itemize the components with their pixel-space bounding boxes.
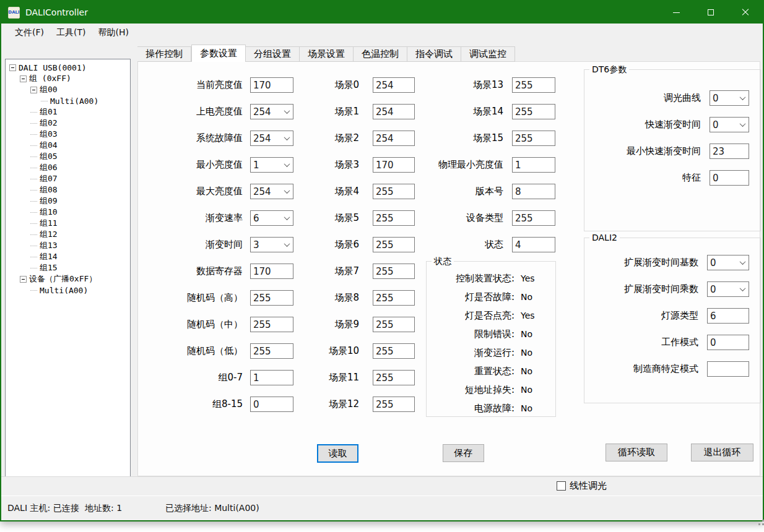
collapse-minus-icon[interactable] <box>20 75 27 82</box>
combobox-value: 1 <box>253 160 259 171</box>
exit-loop-button[interactable]: 退出循环 <box>691 444 753 461</box>
tree-node[interactable]: 组07 <box>27 173 130 184</box>
collapse-minus-icon[interactable] <box>9 64 16 71</box>
tab[interactable]: 场景设置 <box>300 46 354 62</box>
tree-node[interactable]: 组08 <box>27 184 130 195</box>
param-label: 快速渐变时间 <box>591 119 701 131</box>
loop-read-button[interactable]: 循环读取 <box>606 444 667 461</box>
status-row: 控制装置状态: Yes <box>432 269 548 288</box>
scene-input[interactable] <box>373 264 415 279</box>
tree-node[interactable]: 组15 <box>27 262 130 273</box>
scene-input[interactable] <box>373 370 415 385</box>
param-input[interactable] <box>710 170 749 186</box>
tree-leaf-connector <box>30 120 37 127</box>
linear-dimming-checkbox[interactable]: 线性调光 <box>557 480 607 492</box>
collapse-minus-icon[interactable] <box>20 276 27 283</box>
param-combobox[interactable]: 6 <box>250 210 293 226</box>
tree-node[interactable]: 组10 <box>27 207 130 218</box>
tree-node[interactable]: 组01 <box>27 106 130 118</box>
param-input[interactable] <box>512 237 555 252</box>
collapse-minus-icon[interactable] <box>30 87 37 93</box>
tree-node[interactable]: 组04 <box>27 140 130 151</box>
dali2-groupbox: DALI2 扩展渐变时间基数 0 扩展渐变时间乘数 0 <box>584 238 761 403</box>
param-input[interactable] <box>707 308 749 324</box>
param-combobox[interactable]: 0 <box>707 281 749 297</box>
chevron-down-icon <box>740 121 746 127</box>
maximize-button[interactable] <box>693 1 728 24</box>
tree-node[interactable]: Multi(A00) <box>27 285 130 296</box>
param-label: 最小亮度值 <box>150 159 243 171</box>
read-button[interactable]: 读取 <box>317 444 358 463</box>
tree-node[interactable]: 组02 <box>27 118 130 129</box>
param-input[interactable] <box>710 144 749 159</box>
scene-input[interactable] <box>373 290 415 306</box>
combobox-value: 0 <box>713 93 719 104</box>
tree-node[interactable]: 组14 <box>27 251 130 262</box>
title-bar: DALI DALIController <box>1 1 763 24</box>
param-combobox[interactable]: 1 <box>250 157 293 173</box>
param-input[interactable] <box>512 184 555 199</box>
save-button[interactable]: 保存 <box>443 444 484 462</box>
menu-item[interactable]: 文件(F) <box>9 25 50 41</box>
tree-node[interactable]: Multi(A00) <box>37 95 130 106</box>
minimize-button[interactable] <box>659 1 693 24</box>
tree-node[interactable]: 组09 <box>27 195 130 207</box>
param-input[interactable] <box>250 290 293 306</box>
scene-input[interactable] <box>373 317 415 332</box>
param-input[interactable] <box>707 361 749 377</box>
param-input[interactable] <box>250 264 293 279</box>
param-input[interactable] <box>250 317 293 332</box>
param-input[interactable] <box>250 77 293 93</box>
app-window: DALI DALIController 文件(F) 工具(T) 帮助(H) DA… <box>0 0 764 521</box>
param-input[interactable] <box>512 104 555 119</box>
param-input[interactable] <box>250 343 293 359</box>
tree-node[interactable]: 组00 <box>27 84 130 95</box>
menu-item[interactable]: 帮助(H) <box>92 25 134 41</box>
tab[interactable]: 操作控制 <box>137 46 191 62</box>
param-combobox[interactable]: 0 <box>710 90 749 106</box>
tree-node[interactable]: 组12 <box>27 229 130 240</box>
param-combobox[interactable]: 254 <box>250 184 293 199</box>
resize-grip[interactable] <box>758 516 760 518</box>
menu-item[interactable]: 工具(T) <box>50 25 92 41</box>
tree-node[interactable]: 组05 <box>27 151 130 162</box>
tab[interactable]: 调试监控 <box>461 46 515 62</box>
param-input[interactable] <box>707 335 749 350</box>
tree-node[interactable]: 组11 <box>27 218 130 229</box>
tree-node[interactable]: 组13 <box>27 240 130 251</box>
tree-node[interactable]: 组03 <box>27 129 130 140</box>
scene-label: 场景10 <box>297 345 359 357</box>
tab[interactable]: 指令调试 <box>407 46 461 62</box>
close-button[interactable] <box>728 1 763 24</box>
tab-label: 色温控制 <box>362 48 399 60</box>
param-combobox[interactable]: 0 <box>710 117 749 132</box>
param-combobox[interactable]: 0 <box>707 255 749 270</box>
tab[interactable]: 参数设置 <box>191 45 246 62</box>
param-combobox[interactable]: 254 <box>250 104 293 119</box>
param-input[interactable] <box>512 77 555 93</box>
param-input[interactable] <box>512 131 555 146</box>
scene-input[interactable] <box>373 397 415 412</box>
tree-node[interactable]: DALI USB(0001) <box>6 62 130 73</box>
device-tree[interactable]: DALI USB(0001) 组 (0xFF) 组00 Multi(A00) <box>5 59 131 478</box>
param-input[interactable] <box>250 397 293 412</box>
param-input[interactable] <box>512 157 555 173</box>
param-row: 数据寄存器 <box>150 258 293 285</box>
tab[interactable]: 分组设置 <box>246 46 300 62</box>
param-input[interactable] <box>250 370 293 385</box>
tab[interactable]: 色温控制 <box>354 46 407 62</box>
tree-node[interactable]: 组 (0xFF) <box>16 73 130 84</box>
tree-node[interactable]: 组06 <box>27 162 130 173</box>
checkbox-box-icon[interactable] <box>557 481 566 491</box>
param-input[interactable] <box>512 210 555 226</box>
param-combobox[interactable]: 3 <box>250 237 293 252</box>
tree-node-label: 组06 <box>40 162 58 173</box>
chevron-down-icon <box>284 161 290 167</box>
tree-node-label: 组01 <box>40 106 58 118</box>
param-combobox[interactable]: 254 <box>250 131 293 146</box>
scene-label: 场景9 <box>297 319 359 330</box>
checkbox-label: 线性调光 <box>570 480 607 492</box>
scene-input[interactable] <box>373 343 415 359</box>
tree-node[interactable]: 设备（广播0xFF） <box>16 273 130 285</box>
tree-node-label: 组00 <box>40 84 58 95</box>
